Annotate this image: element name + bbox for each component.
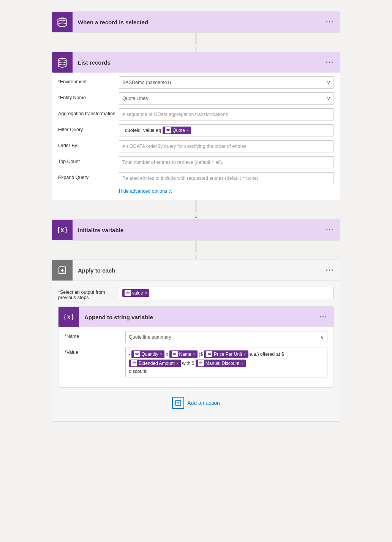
append-name-row: *Name Quote line summary ∨ — [65, 331, 327, 343]
aggregation-input[interactable]: A sequence of OData aggregation transfor… — [119, 108, 334, 120]
entity-name-input[interactable]: Quote Lines ∨ — [119, 92, 334, 105]
entity-name-label: *Entity Name — [58, 92, 119, 100]
filter-chip-label: Quote — [172, 128, 185, 133]
trigger-icon — [52, 12, 73, 32]
list-records-body: *Environment BASDemo (basdemo1) ∨ *Entit… — [52, 73, 340, 200]
list-records-card: List records ··· *Environment BASDemo (b… — [52, 52, 340, 200]
add-action-icon — [172, 397, 184, 409]
discount-chip-icon — [198, 360, 204, 366]
append-name-dropdown-arrow: ∨ — [320, 334, 324, 340]
open-paren-text: ($ — [199, 352, 203, 357]
x1-text: x — [166, 352, 168, 357]
select-output-input[interactable]: value × — [119, 287, 334, 299]
filter-query-content: _quoteid_value eq Quote × — [122, 127, 191, 134]
discount-suffix-text: discount. — [129, 369, 324, 374]
price-chip-close[interactable]: × — [243, 352, 246, 357]
entity-name-row: *Entity Name Quote Lines ∨ — [58, 92, 334, 105]
name-chip: Name × — [169, 350, 198, 358]
ea-text: e.a.) — [250, 352, 259, 357]
aggregation-label: Aggregation transformation — [58, 108, 119, 116]
append-name-label: *Name — [65, 331, 125, 339]
extended-chip-close[interactable]: × — [176, 361, 179, 366]
order-by-row: Order By An ODATA orderBy query for spec… — [58, 140, 334, 152]
append-value-input[interactable]: - Quantity × — [125, 347, 327, 377]
init-variable-icon: {x} — [52, 220, 73, 240]
top-count-row: Top Count Total number of entries to ret… — [58, 156, 334, 168]
trigger-card: When a record is selected ··· — [52, 11, 340, 33]
init-variable-title: Initialize variable — [73, 227, 326, 233]
select-output-row: *Select an output from previous steps va… — [58, 287, 334, 300]
add-action-button[interactable]: Add an action — [172, 397, 220, 409]
discount-chip-close[interactable]: × — [241, 361, 243, 366]
add-action-container: Add an action — [58, 397, 334, 409]
append-string-menu[interactable]: ··· — [319, 313, 327, 321]
name-chip-close[interactable]: × — [193, 352, 195, 357]
discount-chip-label: Manual Discount — [205, 361, 239, 366]
quantity-chip-label: Quantity — [141, 352, 158, 357]
apply-each-header: Apply to each ··· — [52, 260, 340, 281]
value-chip-icon — [125, 290, 131, 296]
chevron-up-icon: ∧ — [169, 188, 172, 194]
apply-each-body: *Select an output from previous steps va… — [52, 281, 340, 421]
environment-input[interactable]: BASDemo (basdemo1) ∨ — [119, 76, 334, 89]
filter-query-input[interactable]: _quoteid_value eq Quote × — [119, 124, 334, 136]
value-chip-close[interactable]: × — [145, 291, 147, 295]
apply-each-title: Apply to each — [73, 267, 326, 274]
trigger-card-header: When a record is selected ··· — [52, 12, 340, 32]
init-variable-menu[interactable]: ··· — [326, 226, 334, 234]
filter-chip-close[interactable]: × — [187, 128, 189, 133]
append-value-label: *Value — [65, 347, 125, 355]
trigger-title: When a record is selected — [73, 19, 326, 25]
entity-name-dropdown-arrow: ∨ — [327, 95, 330, 101]
environment-label: *Environment — [58, 76, 119, 84]
select-output-label: *Select an output from previous steps — [58, 287, 119, 300]
price-chip-icon — [206, 351, 212, 357]
append-value-row: *Value - — [65, 347, 327, 377]
quantity-chip: Quantity × — [131, 350, 164, 358]
apply-each-menu[interactable]: ··· — [326, 266, 334, 274]
list-records-menu[interactable]: ··· — [326, 59, 334, 67]
init-variable-card: {x} Initialize variable ··· — [52, 219, 340, 241]
top-count-input[interactable]: Total number of entries to retrieve (def… — [119, 156, 334, 168]
extended-chip-icon — [131, 360, 137, 366]
apply-each-icon — [52, 260, 73, 281]
filter-query-row: Filter Query _quoteid_value eq — [58, 124, 334, 136]
expand-query-input[interactable]: Related entries to include with requeste… — [119, 172, 334, 184]
arrow-down-1: ↓ — [194, 44, 198, 52]
hide-advanced-link[interactable]: Hide advanced options ∧ — [119, 188, 334, 194]
with-text: with $ — [182, 361, 194, 366]
append-string-title: Append to string variable — [79, 314, 319, 320]
filter-chip: Quote × — [163, 127, 191, 134]
discount-chip: Manual Discount × — [196, 360, 246, 367]
connector-3: ↓ — [194, 241, 198, 260]
expand-query-row: Expand Query Related entries to include … — [58, 172, 334, 184]
dash-text: - — [129, 352, 130, 357]
init-variable-header: {x} Initialize variable ··· — [52, 220, 340, 240]
append-string-header: {x} Append to string variable ··· — [58, 307, 334, 327]
append-string-body: *Name Quote line summary ∨ *Value — [58, 327, 334, 387]
list-records-icon — [52, 52, 73, 73]
offered-text: offered at $ — [260, 352, 284, 357]
order-by-label: Order By — [58, 140, 119, 148]
quantity-chip-icon — [134, 351, 140, 357]
filter-prefix: _quoteid_value eq — [122, 128, 161, 133]
name-chip-icon — [172, 351, 178, 357]
top-count-label: Top Count — [58, 156, 119, 164]
append-name-input[interactable]: Quote line summary ∨ — [125, 331, 327, 343]
price-chip: Price Per Unit × — [204, 350, 248, 358]
environment-dropdown-arrow: ∨ — [327, 79, 330, 86]
environment-row: *Environment BASDemo (basdemo1) ∨ — [58, 76, 334, 89]
quantity-chip-close[interactable]: × — [160, 352, 162, 357]
expand-query-label: Expand Query — [58, 172, 119, 180]
aggregation-row: Aggregation transformation A sequence of… — [58, 108, 334, 120]
connector-1: ↓ — [194, 33, 198, 52]
extended-chip: Extended Amount × — [129, 360, 181, 367]
trigger-menu[interactable]: ··· — [326, 18, 334, 26]
order-by-input[interactable]: An ODATA orderBy query for specifying th… — [119, 140, 334, 152]
filter-query-label: Filter Query — [58, 124, 119, 132]
arrow-down-2: ↓ — [194, 212, 198, 219]
connector-2: ↓ — [194, 200, 198, 219]
append-string-icon: {x} — [58, 307, 79, 327]
filter-chip-db-icon — [165, 127, 171, 133]
arrow-down-3: ↓ — [194, 252, 198, 260]
